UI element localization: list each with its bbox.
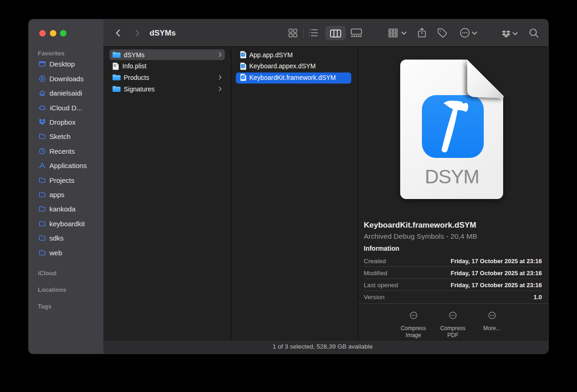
svg-text:DSYM: DSYM — [425, 166, 479, 187]
